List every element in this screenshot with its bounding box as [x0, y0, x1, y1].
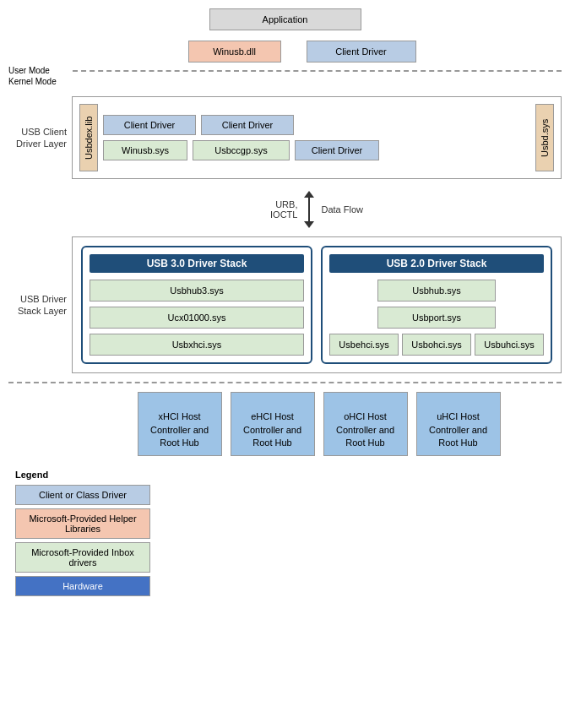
usbohci-box: Usbohci.sys [402, 334, 471, 356]
user-mode-label: User Mode [8, 66, 68, 75]
client-driver-inner: Usbdex.lib Client Driver Client Driver [79, 104, 554, 171]
arrow-line [308, 198, 310, 221]
usb20-stack-box: USB 2.0 Driver Stack Usbhub.sys Usbport.… [321, 246, 552, 364]
client-driver2-box: Client Driver [201, 115, 294, 135]
usbport-box: Usbport.sys [377, 307, 496, 329]
client-top-row: Client Driver Client Driver [103, 115, 530, 135]
client-driver-usermode-box: Client Driver [307, 41, 416, 62]
legend-section: Legend Client or Class Driver Microsoft-… [8, 470, 562, 596]
user-mode-divider: User Mode Kernel Mode [8, 66, 562, 86]
usbhub3-box: Usbhub3.sys [90, 280, 304, 302]
winusb-dll-box: Winusb.dll [188, 41, 281, 62]
usb-client-layer-label: USB Client Driver Layer [8, 93, 72, 182]
usb30-stack-box: USB 3.0 Driver Stack Usbhub3.sys Ucx0100… [81, 246, 312, 364]
driver-stack-section: USB Driver Stack Layer USB 3.0 Driver St… [8, 236, 562, 373]
legend-helper-libraries: Microsoft-Provided Helper Libraries [15, 508, 150, 539]
usbxhci-box: Usbxhci.sys [90, 334, 304, 356]
ehci-box: eHCI Host Controller and Root Hub [231, 392, 315, 456]
data-flow-label: Data Flow [321, 204, 363, 215]
usb20-title: USB 2.0 Driver Stack [329, 254, 544, 273]
usbehci-box: Usbehci.sys [329, 334, 399, 356]
legend-title: Legend [15, 470, 562, 480]
usb-client-section: USB Client Driver Layer Usbdex.lib Clien… [8, 93, 562, 182]
user-mode-dashed-line [73, 70, 562, 72]
legend-items: Client or Class Driver Microsoft-Provide… [15, 485, 150, 596]
usb20-items: Usbhub.sys Usbport.sys Usbehci.sys U [329, 280, 544, 356]
usbhub-box: Usbhub.sys [377, 280, 496, 302]
legend-hardware: Hardware [15, 576, 150, 596]
kernel-mode-label: Kernel Mode [8, 77, 68, 86]
client-center: Client Driver Client Driver Winusb.sys U… [103, 115, 530, 160]
application-label: Application [263, 14, 308, 24]
ucx01000-box: Ucx01000.sys [90, 307, 304, 329]
legend-inbox-drivers: Microsoft-Provided Inbox drivers [15, 542, 150, 573]
uhci-box: uHCI Host Controller and Root Hub [416, 392, 501, 456]
bottom-dashed-line [8, 382, 562, 383]
legend-client-driver: Client or Class Driver [15, 485, 150, 505]
urb-ioctl-label: URB, IOCTL [270, 199, 297, 220]
arrow-down [304, 221, 314, 228]
client-bottom-row: Winusb.sys Usbccgp.sys Client Driver [103, 140, 530, 160]
ohci-box: oHCI Host Controller and Root Hub [323, 392, 408, 456]
diagram-container: Application Winusb.dll Client Driver Use… [0, 0, 570, 605]
client-driver3-box: Client Driver [295, 140, 379, 160]
usb20-bottom-row: Usbehci.sys Usbohci.sys Usbuhci.sys [329, 334, 544, 356]
usbdex-lib-box: Usbdex.lib [79, 104, 98, 171]
usb30-items: Usbhub3.sys Ucx01000.sys Usbxhci.sys [90, 280, 304, 356]
double-arrow [304, 191, 314, 228]
application-row: Application [8, 8, 562, 30]
winusb-sys-box: Winusb.sys [103, 140, 187, 160]
arrow-section: URB, IOCTL Data Flow [8, 191, 562, 228]
xhci-box: xHCI Host Controller and Root Hub [138, 392, 222, 456]
usb30-title: USB 3.0 Driver Stack [90, 254, 304, 273]
arrow-up [304, 191, 314, 198]
usbuhci-box: Usbuhci.sys [475, 334, 544, 356]
stacks-container: USB 3.0 Driver Stack Usbhub3.sys Ucx0100… [72, 236, 562, 373]
application-box: Application [209, 8, 361, 30]
usbccgp-sys-box: Usbccgp.sys [193, 140, 290, 160]
user-mode-row: Winusb.dll Client Driver [8, 41, 562, 62]
client-driver1-box: Client Driver [103, 115, 196, 135]
host-ctrl-row: xHCI Host Controller and Root Hub eHCI H… [8, 392, 562, 456]
usb-driver-stack-layer-label: USB Driver Stack Layer [8, 236, 72, 373]
usbd-sys-box: Usbd.sys [535, 104, 554, 171]
client-driver-outer-box: Usbdex.lib Client Driver Client Driver [72, 96, 562, 179]
